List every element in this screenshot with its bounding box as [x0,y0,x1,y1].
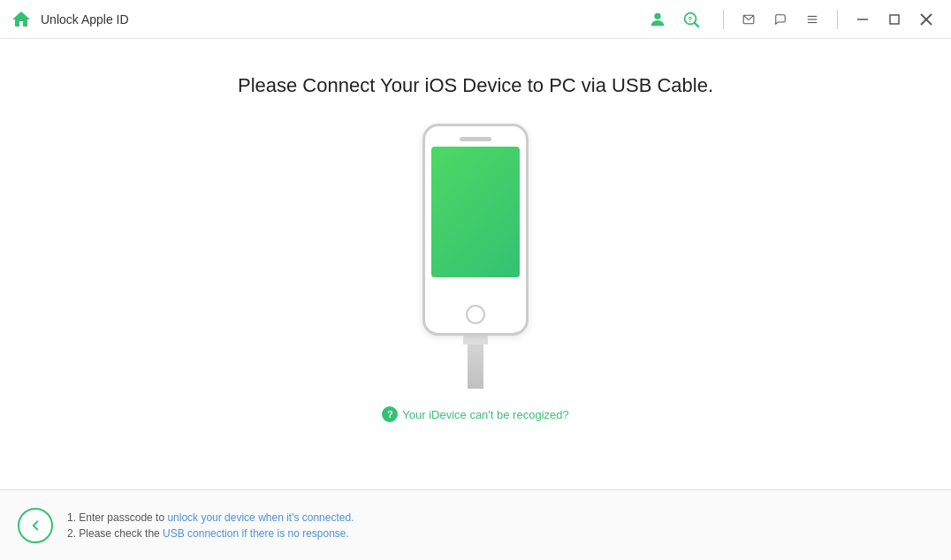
phone-speaker [460,137,491,141]
menu-btn[interactable] [798,5,826,34]
svg-text:?: ? [688,15,692,23]
phone-screen [431,147,520,277]
usb-cable-body [468,344,483,389]
help-question-icon: ? [382,406,398,422]
app-title: Unlock Apple ID [41,12,129,26]
chat-btn[interactable] [766,5,795,34]
toolbar-icons: ? [643,5,705,34]
feedback-icon-btn[interactable]: ? [677,5,705,34]
instruction-2-number: 2. [67,527,79,540]
usb-cable-group [463,336,488,389]
usb-connector-top [463,336,488,344]
home-icon[interactable] [11,9,32,30]
restore-btn[interactable] [880,5,909,34]
main-heading: Please Connect Your iOS Device to PC via… [238,74,713,97]
help-link-text: Your iDevice can't be recogized? [402,408,568,421]
main-content: Please Connect Your iOS Device to PC via… [0,39,951,489]
svg-line-2 [695,23,698,26]
instruction-1-number: 1. [67,511,79,524]
close-btn[interactable] [912,5,940,34]
phone-home-button [466,305,485,324]
bottom-instructions: 1. Enter passcode to unlock your device … [67,511,354,540]
titlebar-divider-2 [837,10,838,29]
svg-rect-9 [890,15,899,24]
phone-body [422,124,529,336]
titlebar-left: Unlock Apple ID [11,9,129,30]
svg-point-0 [654,12,660,19]
bottom-bar: 1. Enter passcode to unlock your device … [0,489,951,560]
mail-btn[interactable] [734,5,763,34]
instruction-1-link[interactable]: unlock your device when it's connected. [167,511,354,524]
titlebar-divider [723,10,724,29]
help-link[interactable]: ? Your iDevice can't be recogized? [382,406,568,422]
instruction-2-link[interactable]: USB connection if there is no response. [163,527,349,540]
minimize-btn[interactable] [848,5,877,34]
instruction-2: 2. Please check the USB connection if th… [67,527,354,540]
titlebar: Unlock Apple ID ? [0,0,951,39]
phone-illustration [422,124,529,389]
instruction-2-text-before: Please check the [79,527,163,540]
instruction-1-text-before: Enter passcode to [79,511,167,524]
back-button[interactable] [18,508,53,543]
instruction-1: 1. Enter passcode to unlock your device … [67,511,354,524]
titlebar-right: ? [643,5,940,34]
user-icon-btn[interactable] [643,5,672,34]
